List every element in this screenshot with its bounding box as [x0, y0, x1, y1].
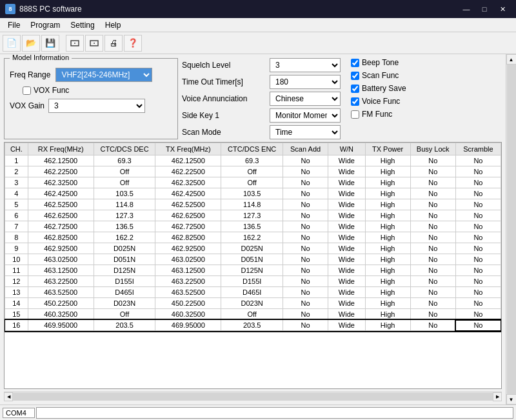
horizontal-scrollbar[interactable]: ◀ ▶	[4, 392, 502, 401]
cell-scr[interactable]: No	[455, 221, 501, 232]
fm-func-checkbox[interactable]	[351, 110, 359, 119]
cell-busy[interactable]: No	[410, 287, 455, 298]
cell-busy[interactable]: No	[410, 254, 455, 265]
cell-ch[interactable]: 9	[5, 243, 28, 254]
cell-scr[interactable]: No	[455, 232, 501, 243]
cell-ch[interactable]: 12	[5, 276, 28, 287]
cell-scan[interactable]: No	[283, 166, 328, 177]
cell-wn[interactable]: Wide	[328, 177, 365, 188]
menu-help[interactable]: Help	[100, 19, 126, 31]
cell-rx[interactable]: 462.42500	[28, 188, 94, 199]
cell-tx[interactable]: 463.52500	[155, 287, 221, 298]
cell-scr[interactable]: No	[455, 320, 501, 331]
cell-txp[interactable]: High	[365, 155, 410, 166]
table-row[interactable]: 8462.82500162.2462.82500162.2NoWideHighN…	[5, 232, 501, 243]
cell-ctc-dec[interactable]: 114.8	[94, 199, 155, 210]
close-button[interactable]: ✕	[494, 3, 511, 15]
cell-wn[interactable]: Wide	[328, 309, 365, 320]
table-row[interactable]: 5462.52500114.8462.52500114.8NoWideHighN…	[5, 199, 501, 210]
cell-rx[interactable]: 463.52500	[28, 287, 94, 298]
cell-busy[interactable]: No	[410, 177, 455, 188]
cell-tx[interactable]: 462.52500	[155, 199, 221, 210]
cell-ch[interactable]: 2	[5, 166, 28, 177]
cell-tx[interactable]: 462.92500	[155, 243, 221, 254]
cell-wn[interactable]: Wide	[328, 232, 365, 243]
cell-txp[interactable]: High	[365, 243, 410, 254]
cell-ctc-enc[interactable]: D051N	[221, 254, 283, 265]
cell-wn[interactable]: Wide	[328, 243, 365, 254]
cell-scr[interactable]: No	[455, 309, 501, 320]
cell-scr[interactable]: No	[455, 287, 501, 298]
cell-rx[interactable]: 462.92500	[28, 243, 94, 254]
cell-scan[interactable]: No	[283, 320, 328, 331]
cell-busy[interactable]: No	[410, 320, 455, 331]
cell-ch[interactable]: 7	[5, 221, 28, 232]
cell-wn[interactable]: Wide	[328, 320, 365, 331]
cell-tx[interactable]: 462.12500	[155, 155, 221, 166]
voice-select[interactable]: Chinese	[270, 92, 341, 106]
cell-ctc-enc[interactable]: 162.2	[221, 232, 283, 243]
cell-wn[interactable]: Wide	[328, 210, 365, 221]
scan-mode-select[interactable]: Time	[270, 125, 341, 139]
cell-txp[interactable]: High	[365, 320, 410, 331]
cell-ctc-dec[interactable]: D155I	[94, 276, 155, 287]
cell-scr[interactable]: No	[455, 276, 501, 287]
cell-txp[interactable]: High	[365, 199, 410, 210]
cell-txp[interactable]: High	[365, 276, 410, 287]
cell-ctc-enc[interactable]: 69.3	[221, 155, 283, 166]
cell-rx[interactable]: 450.22500	[28, 298, 94, 309]
cell-ctc-dec[interactable]: Off	[94, 177, 155, 188]
toolbar-open[interactable]: 📂	[22, 35, 40, 52]
toolbar-new[interactable]: 📄	[3, 35, 21, 52]
cell-ch[interactable]: 16	[5, 320, 28, 331]
cell-ctc-enc[interactable]: Off	[221, 309, 283, 320]
cell-scan[interactable]: No	[283, 221, 328, 232]
cell-scan[interactable]: No	[283, 298, 328, 309]
cell-busy[interactable]: No	[410, 221, 455, 232]
cell-rx[interactable]: 463.12500	[28, 265, 94, 276]
cell-scan[interactable]: No	[283, 199, 328, 210]
table-row[interactable]: 1462.1250069.3462.1250069.3NoWideHighNoN…	[5, 155, 501, 166]
cell-rx[interactable]: 462.72500	[28, 221, 94, 232]
cell-ctc-enc[interactable]: 103.5	[221, 188, 283, 199]
cell-ctc-enc[interactable]: D025N	[221, 243, 283, 254]
cell-rx[interactable]: 462.22500	[28, 166, 94, 177]
cell-txp[interactable]: High	[365, 298, 410, 309]
vscroll-down-btn[interactable]: ▼	[506, 394, 517, 405]
cell-busy[interactable]: No	[410, 265, 455, 276]
cell-ctc-dec[interactable]: 136.5	[94, 221, 155, 232]
sidekey-select[interactable]: Monitor Momentary	[270, 108, 341, 123]
cell-tx[interactable]: 462.62500	[155, 210, 221, 221]
cell-rx[interactable]: 462.52500	[28, 199, 94, 210]
table-row[interactable]: 7462.72500136.5462.72500136.5NoWideHighN…	[5, 221, 501, 232]
cell-busy[interactable]: No	[410, 309, 455, 320]
cell-ctc-enc[interactable]: D155I	[221, 276, 283, 287]
cell-ctc-enc[interactable]: D023N	[221, 298, 283, 309]
cell-ctc-enc[interactable]: D465I	[221, 287, 283, 298]
cell-ch[interactable]: 4	[5, 188, 28, 199]
cell-ctc-dec[interactable]: Off	[94, 309, 155, 320]
cell-scr[interactable]: No	[455, 265, 501, 276]
cell-ctc-dec[interactable]: 162.2	[94, 232, 155, 243]
hscroll-left-btn[interactable]: ◀	[4, 392, 13, 401]
cell-scan[interactable]: No	[283, 276, 328, 287]
cell-txp[interactable]: High	[365, 188, 410, 199]
cell-ch[interactable]: 10	[5, 254, 28, 265]
cell-tx[interactable]: 462.22500	[155, 166, 221, 177]
cell-rx[interactable]: 462.12500	[28, 155, 94, 166]
cell-txp[interactable]: High	[365, 166, 410, 177]
cell-busy[interactable]: No	[410, 298, 455, 309]
cell-tx[interactable]: 463.12500	[155, 265, 221, 276]
table-row[interactable]: 13463.52500D465I463.52500D465INoWideHigh…	[5, 287, 501, 298]
cell-wn[interactable]: Wide	[328, 254, 365, 265]
cell-rx[interactable]: 469.95000	[28, 320, 94, 331]
cell-busy[interactable]: No	[410, 166, 455, 177]
toolbar-read[interactable]	[66, 35, 84, 52]
cell-tx[interactable]: 462.42500	[155, 188, 221, 199]
toolbar-save[interactable]: 💾	[41, 35, 59, 52]
cell-tx[interactable]: 463.02500	[155, 254, 221, 265]
cell-ch[interactable]: 6	[5, 210, 28, 221]
table-row[interactable]: 14450.22500D023N450.22500D023NNoWideHigh…	[5, 298, 501, 309]
beep-tone-checkbox[interactable]	[351, 59, 359, 67]
table-row[interactable]: 9462.92500D025N462.92500D025NNoWideHighN…	[5, 243, 501, 254]
